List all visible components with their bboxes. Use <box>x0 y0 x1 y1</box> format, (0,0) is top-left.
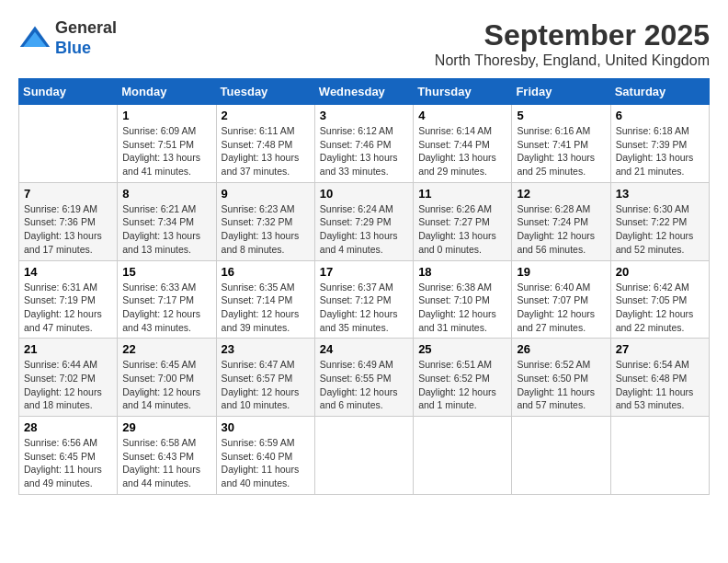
day-info: Sunrise: 6:49 AM Sunset: 6:55 PM Dayligh… <box>320 358 408 412</box>
day-info: Sunrise: 6:37 AM Sunset: 7:12 PM Dayligh… <box>320 281 408 335</box>
calendar-cell: 20Sunrise: 6:42 AM Sunset: 7:05 PM Dayli… <box>610 260 709 339</box>
day-info: Sunrise: 6:14 AM Sunset: 7:44 PM Dayligh… <box>418 124 506 178</box>
page-header: General Blue September 2025 North Thores… <box>18 18 710 69</box>
day-number: 8 <box>122 187 210 201</box>
day-number: 22 <box>122 342 210 356</box>
day-info: Sunrise: 6:30 AM Sunset: 7:22 PM Dayligh… <box>616 202 704 257</box>
location-title: North Thoresby, England, United Kingdom <box>435 52 710 69</box>
day-number: 7 <box>24 187 112 201</box>
calendar-cell: 30Sunrise: 6:59 AM Sunset: 6:40 PM Dayli… <box>216 417 314 495</box>
weekday-header-row: SundayMondayTuesdayWednesdayThursdayFrid… <box>19 79 710 105</box>
weekday-header-saturday: Saturday <box>610 79 709 105</box>
calendar-cell: 16Sunrise: 6:35 AM Sunset: 7:14 PM Dayli… <box>216 260 314 339</box>
logo-line1: General <box>55 18 117 39</box>
day-info: Sunrise: 6:21 AM Sunset: 7:34 PM Dayligh… <box>122 202 210 257</box>
day-info: Sunrise: 6:26 AM Sunset: 7:27 PM Dayligh… <box>418 202 506 257</box>
day-info: Sunrise: 6:44 AM Sunset: 7:02 PM Dayligh… <box>24 358 112 412</box>
day-number: 19 <box>517 265 605 279</box>
calendar-cell <box>414 417 512 495</box>
day-info: Sunrise: 6:16 AM Sunset: 7:41 PM Dayligh… <box>517 124 605 178</box>
calendar-cell: 28Sunrise: 6:56 AM Sunset: 6:45 PM Dayli… <box>19 417 118 495</box>
calendar-cell: 27Sunrise: 6:54 AM Sunset: 6:48 PM Dayli… <box>610 339 709 417</box>
calendar-cell: 21Sunrise: 6:44 AM Sunset: 7:02 PM Dayli… <box>19 339 118 417</box>
day-number: 3 <box>320 109 408 122</box>
weekday-header-friday: Friday <box>512 79 610 105</box>
day-number: 30 <box>222 420 310 434</box>
day-info: Sunrise: 6:54 AM Sunset: 6:48 PM Dayligh… <box>616 358 704 412</box>
day-number: 9 <box>222 187 310 201</box>
day-number: 16 <box>222 265 310 279</box>
day-number: 5 <box>517 109 605 122</box>
day-info: Sunrise: 6:51 AM Sunset: 6:52 PM Dayligh… <box>418 358 506 412</box>
day-info: Sunrise: 6:28 AM Sunset: 7:24 PM Dayligh… <box>517 202 605 257</box>
day-number: 1 <box>122 109 210 122</box>
day-info: Sunrise: 6:58 AM Sunset: 6:43 PM Dayligh… <box>122 436 210 490</box>
day-info: Sunrise: 6:42 AM Sunset: 7:05 PM Dayligh… <box>616 281 704 335</box>
calendar-cell: 3Sunrise: 6:12 AM Sunset: 7:46 PM Daylig… <box>314 105 413 183</box>
day-info: Sunrise: 6:52 AM Sunset: 6:50 PM Dayligh… <box>517 358 605 412</box>
logo-line2: Blue <box>55 39 117 59</box>
day-info: Sunrise: 6:35 AM Sunset: 7:14 PM Dayligh… <box>222 281 310 335</box>
calendar-cell: 4Sunrise: 6:14 AM Sunset: 7:44 PM Daylig… <box>414 105 512 183</box>
calendar-week-row: 21Sunrise: 6:44 AM Sunset: 7:02 PM Dayli… <box>19 339 710 417</box>
day-info: Sunrise: 6:38 AM Sunset: 7:10 PM Dayligh… <box>418 281 506 335</box>
calendar-cell: 24Sunrise: 6:49 AM Sunset: 6:55 PM Dayli… <box>314 339 413 417</box>
calendar-table: SundayMondayTuesdayWednesdayThursdayFrid… <box>18 78 710 495</box>
day-info: Sunrise: 6:33 AM Sunset: 7:17 PM Dayligh… <box>122 281 210 335</box>
day-info: Sunrise: 6:11 AM Sunset: 7:48 PM Dayligh… <box>222 124 310 178</box>
calendar-cell: 12Sunrise: 6:28 AM Sunset: 7:24 PM Dayli… <box>512 182 610 260</box>
day-number: 20 <box>616 265 704 279</box>
calendar-cell: 23Sunrise: 6:47 AM Sunset: 6:57 PM Dayli… <box>216 339 314 417</box>
day-number: 26 <box>517 342 605 356</box>
day-info: Sunrise: 6:47 AM Sunset: 6:57 PM Dayligh… <box>222 358 310 412</box>
day-info: Sunrise: 6:59 AM Sunset: 6:40 PM Dayligh… <box>222 436 310 490</box>
day-number: 2 <box>222 109 310 122</box>
calendar-week-row: 7Sunrise: 6:19 AM Sunset: 7:36 PM Daylig… <box>19 182 710 260</box>
day-number: 12 <box>517 187 605 201</box>
calendar-week-row: 28Sunrise: 6:56 AM Sunset: 6:45 PM Dayli… <box>19 417 710 495</box>
calendar-cell: 17Sunrise: 6:37 AM Sunset: 7:12 PM Dayli… <box>314 260 413 339</box>
weekday-header-tuesday: Tuesday <box>216 79 314 105</box>
calendar-cell <box>19 105 118 183</box>
weekday-header-wednesday: Wednesday <box>314 79 413 105</box>
calendar-cell: 9Sunrise: 6:23 AM Sunset: 7:32 PM Daylig… <box>216 182 314 260</box>
calendar-cell <box>610 417 709 495</box>
calendar-cell: 22Sunrise: 6:45 AM Sunset: 7:00 PM Dayli… <box>118 339 216 417</box>
day-number: 23 <box>222 342 310 356</box>
calendar-cell: 5Sunrise: 6:16 AM Sunset: 7:41 PM Daylig… <box>512 105 610 183</box>
day-number: 29 <box>122 420 210 434</box>
calendar-week-row: 14Sunrise: 6:31 AM Sunset: 7:19 PM Dayli… <box>19 260 710 339</box>
calendar-cell: 29Sunrise: 6:58 AM Sunset: 6:43 PM Dayli… <box>118 417 216 495</box>
day-info: Sunrise: 6:24 AM Sunset: 7:29 PM Dayligh… <box>320 202 408 257</box>
day-info: Sunrise: 6:45 AM Sunset: 7:00 PM Dayligh… <box>122 358 210 412</box>
calendar-cell: 8Sunrise: 6:21 AM Sunset: 7:34 PM Daylig… <box>118 182 216 260</box>
calendar-week-row: 1Sunrise: 6:09 AM Sunset: 7:51 PM Daylig… <box>19 105 710 183</box>
day-number: 21 <box>24 342 112 356</box>
calendar-cell: 7Sunrise: 6:19 AM Sunset: 7:36 PM Daylig… <box>19 182 118 260</box>
calendar-cell: 14Sunrise: 6:31 AM Sunset: 7:19 PM Dayli… <box>19 260 118 339</box>
calendar-cell: 11Sunrise: 6:26 AM Sunset: 7:27 PM Dayli… <box>414 182 512 260</box>
weekday-header-thursday: Thursday <box>414 79 512 105</box>
day-info: Sunrise: 6:40 AM Sunset: 7:07 PM Dayligh… <box>517 281 605 335</box>
day-number: 18 <box>418 265 506 279</box>
day-info: Sunrise: 6:12 AM Sunset: 7:46 PM Dayligh… <box>320 124 408 178</box>
month-title: September 2025 <box>435 18 710 52</box>
calendar-cell: 10Sunrise: 6:24 AM Sunset: 7:29 PM Dayli… <box>314 182 413 260</box>
logo-text: General Blue <box>55 18 117 58</box>
day-info: Sunrise: 6:31 AM Sunset: 7:19 PM Dayligh… <box>24 281 112 335</box>
day-info: Sunrise: 6:19 AM Sunset: 7:36 PM Dayligh… <box>24 202 112 257</box>
day-number: 24 <box>320 342 408 356</box>
calendar-cell: 6Sunrise: 6:18 AM Sunset: 7:39 PM Daylig… <box>610 105 709 183</box>
weekday-header-sunday: Sunday <box>19 79 118 105</box>
day-number: 15 <box>122 265 210 279</box>
day-number: 25 <box>418 342 506 356</box>
logo: General Blue <box>18 18 117 58</box>
day-info: Sunrise: 6:56 AM Sunset: 6:45 PM Dayligh… <box>24 436 112 490</box>
calendar-cell: 26Sunrise: 6:52 AM Sunset: 6:50 PM Dayli… <box>512 339 610 417</box>
day-number: 4 <box>418 109 506 122</box>
calendar-cell: 18Sunrise: 6:38 AM Sunset: 7:10 PM Dayli… <box>414 260 512 339</box>
day-number: 11 <box>418 187 506 201</box>
day-number: 28 <box>24 420 112 434</box>
calendar-cell: 13Sunrise: 6:30 AM Sunset: 7:22 PM Dayli… <box>610 182 709 260</box>
day-number: 10 <box>320 187 408 201</box>
